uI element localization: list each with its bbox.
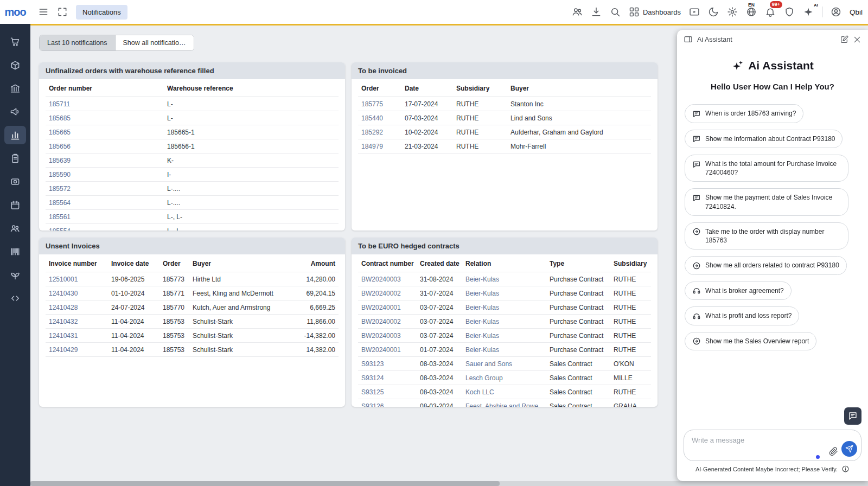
filter-last-10-notifications[interactable]: Last 10 notifications [40, 35, 115, 50]
cell-link[interactable]: Beier-Kulas [462, 315, 546, 329]
cell: Mohr-Farrell [507, 139, 651, 154]
scrollbar-handle[interactable] [30, 481, 500, 486]
cell-link[interactable]: 12410431 [46, 329, 108, 343]
suggestion-chip[interactable]: When is order 185763 arriving? [685, 104, 803, 123]
cell-link[interactable]: BW20240001 [358, 300, 417, 315]
cell-link[interactable]: BW20240003 [358, 329, 417, 343]
language-globe-icon[interactable]: EN [746, 7, 757, 17]
sidebar-item-announcements[interactable] [4, 103, 26, 121]
fullscreen-icon[interactable] [57, 7, 68, 17]
sidebar-item-reports[interactable] [4, 149, 26, 168]
cell-link[interactable]: 12410432 [46, 315, 108, 329]
cell-link[interactable]: 185292 [358, 125, 401, 139]
cell-link[interactable]: 12410429 [46, 343, 108, 357]
sidebar-item-barcode[interactable] [4, 242, 26, 261]
cell-link[interactable]: 12410428 [46, 300, 108, 315]
cell-link[interactable]: 12410430 [46, 286, 108, 300]
info-icon[interactable] [841, 465, 850, 473]
production-icon [10, 176, 21, 187]
cell-link[interactable]: S93126 [358, 399, 417, 407]
table-row: 185590I- [46, 168, 339, 182]
suggestion-chip[interactable]: What is broker agreement? [685, 282, 792, 300]
sidebar-item-analytics[interactable] [4, 126, 26, 144]
search-icon[interactable] [610, 7, 621, 17]
app-logo[interactable]: moo [0, 0, 30, 24]
cell-link[interactable]: 185554 [46, 224, 164, 231]
settings-gear-icon[interactable] [727, 7, 738, 17]
message-input[interactable] [692, 436, 806, 444]
cell-link[interactable]: Koch LLC [462, 385, 546, 399]
dark-mode-moon-icon[interactable] [708, 7, 719, 17]
cell-link[interactable]: 185656 [46, 139, 164, 154]
cell-link[interactable]: Beier-Kulas [462, 329, 546, 343]
cell: 08-03-2024 [417, 371, 462, 385]
notifications-bell-icon[interactable]: 99+ [765, 7, 776, 17]
attachment-button[interactable] [829, 447, 838, 456]
cell-link[interactable]: 185711 [46, 97, 164, 111]
suggestion-chip[interactable]: Show me the payment date of Sales Invoic… [685, 188, 848, 215]
cell-link[interactable]: 185440 [358, 111, 401, 125]
suggestion-chip[interactable]: Show me all orders related to contract P… [685, 256, 847, 275]
cell-link[interactable]: 185561 [46, 210, 164, 224]
cell-link[interactable]: 185665 [46, 125, 164, 139]
cell-link[interactable]: 12510001 [46, 272, 108, 286]
new-chat-icon[interactable] [840, 35, 848, 44]
group-icon[interactable] [572, 7, 583, 17]
dashboards-button[interactable]: Dashboards [629, 7, 681, 17]
status-dot [816, 455, 820, 459]
sidebar-item-inventory[interactable] [4, 56, 26, 74]
notifications-nav-chip[interactable]: Notifications [76, 5, 127, 20]
download-icon[interactable] [591, 7, 602, 17]
shield-icon[interactable] [784, 7, 795, 17]
suggestion-chip[interactable]: What is profit and loss report? [685, 306, 799, 325]
account-icon[interactable] [831, 7, 841, 17]
cell-link[interactable]: Sauer and Sons [462, 357, 546, 371]
sidebar-item-finance[interactable] [4, 79, 26, 98]
video-icon[interactable] [689, 7, 700, 17]
sidebar-item-hr[interactable] [4, 219, 26, 238]
cell-link[interactable]: 184979 [358, 139, 401, 154]
cell-link[interactable]: Beier-Kulas [462, 343, 546, 357]
cell-link[interactable]: Feest, Abshire and Rowe [462, 399, 546, 407]
sidebar-item-purchase[interactable] [4, 33, 26, 51]
cell-link[interactable]: Beier-Kulas [462, 300, 546, 315]
menu-icon[interactable] [38, 7, 49, 17]
cell-link[interactable]: BW20240003 [358, 272, 417, 286]
cell-link[interactable]: 185590 [46, 168, 164, 182]
cell-link[interactable]: Beier-Kulas [462, 272, 546, 286]
suggestion-chip[interactable]: What is the total amount for Purchase In… [685, 155, 848, 182]
cell-link[interactable]: 185572 [46, 182, 164, 196]
ai-sparkle-icon[interactable]: AI [803, 7, 814, 17]
suggestion-chip[interactable]: Take me to the order with display number… [685, 222, 848, 250]
cell-link[interactable]: S93124 [358, 371, 417, 385]
cell-link[interactable]: S93123 [358, 357, 417, 371]
cell-link[interactable]: 185775 [358, 97, 401, 111]
sidebar-item-developer[interactable] [4, 289, 26, 308]
panel-toggle-icon[interactable] [684, 35, 693, 44]
suggestion-chip[interactable]: Show me information about Contract P9318… [685, 130, 843, 149]
column-header: Order [159, 255, 189, 272]
cell-link[interactable]: BW20240002 [358, 315, 417, 329]
cell-link[interactable]: S93125 [358, 385, 417, 399]
cell-link[interactable]: 185564 [46, 196, 164, 210]
horizontal-scrollbar[interactable] [30, 481, 868, 486]
cell-link[interactable]: 185639 [46, 154, 164, 168]
cell-link[interactable]: BW20240001 [358, 343, 417, 357]
send-button[interactable] [841, 441, 857, 457]
sidebar-item-calendar[interactable] [4, 196, 26, 214]
topbar-divider [822, 7, 822, 17]
cell-link[interactable]: Beier-Kulas [462, 286, 546, 300]
cell: O'KON [610, 357, 651, 371]
ai-tag-label: AI [814, 3, 818, 8]
chat-history-button[interactable] [844, 407, 861, 425]
cell-link[interactable]: 185685 [46, 111, 164, 125]
sidebar-item-sustainability[interactable] [4, 266, 26, 284]
filter-show-all-notifications[interactable]: Show all notificatio… [115, 35, 194, 50]
cell-link[interactable]: BW20240002 [358, 286, 417, 300]
cell-link[interactable]: Lesch Group [462, 371, 546, 385]
cell: RUTHE [610, 315, 651, 329]
cell: K- [164, 154, 339, 168]
close-icon[interactable] [853, 35, 861, 44]
sidebar-item-production[interactable] [4, 172, 26, 191]
suggestion-chip[interactable]: Show me the Sales Overview report [685, 332, 816, 351]
